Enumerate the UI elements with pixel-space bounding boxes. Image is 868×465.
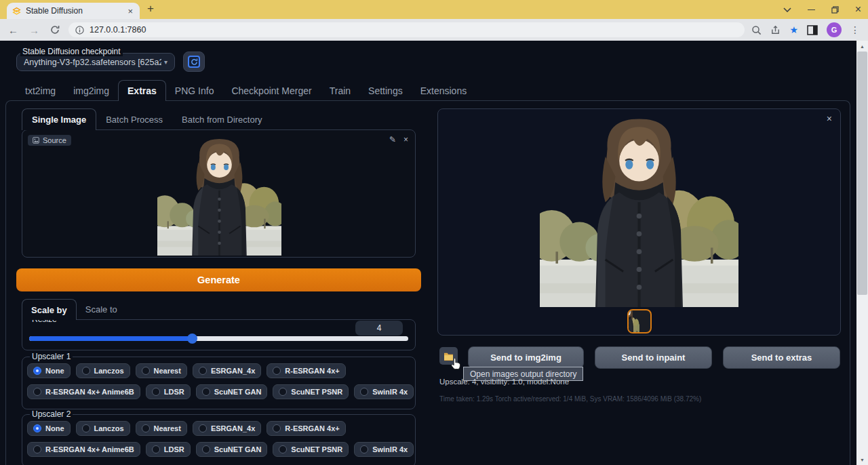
window-restore-button[interactable]	[831, 6, 839, 14]
upscaler1-option-nearest[interactable]: Nearest	[136, 363, 187, 378]
side-panel-icon[interactable]	[807, 25, 818, 35]
edit-image-icon[interactable]: ✎	[389, 135, 396, 144]
tab-extensions[interactable]: Extensions	[412, 80, 475, 101]
profile-avatar[interactable]: G	[827, 22, 842, 37]
tab-close-icon[interactable]: ×	[126, 6, 134, 16]
new-tab-button[interactable]: +	[147, 2, 154, 16]
resize-slider-block: Resize 4	[22, 319, 416, 350]
resize-value-input[interactable]: 4	[355, 321, 403, 336]
upscaler2-option-nearest[interactable]: Nearest	[136, 421, 187, 436]
site-info-icon[interactable]	[75, 26, 84, 35]
radio-icon	[33, 445, 41, 453]
radio-icon	[142, 424, 150, 432]
tab-settings[interactable]: Settings	[359, 80, 412, 101]
browser-toolbar: ← → 127.0.0.1:7860 ★ G ⋮	[0, 19, 868, 41]
clear-image-icon[interactable]: ×	[403, 135, 408, 144]
page-scrollbar[interactable]: ▲ ▼	[856, 41, 868, 465]
source-label: Source	[43, 136, 66, 144]
upscaler1-option-ldsr[interactable]: LDSR	[146, 384, 191, 399]
upscaler1-option-resrgan4x[interactable]: R-ESRGAN 4x+	[267, 363, 345, 378]
tab-txt2img[interactable]: txt2img	[16, 80, 64, 101]
tab-img2img[interactable]: img2img	[64, 80, 118, 101]
upscaler2-label: Upscaler 2	[30, 409, 73, 419]
upscaler1-option-swinir4x[interactable]: SwinIR 4x	[354, 384, 414, 399]
gallery-thumbnail-selected[interactable]	[627, 309, 652, 333]
browser-menu-icon[interactable]: ⋮	[850, 24, 860, 35]
send-to-inpaint-button[interactable]: Send to inpaint	[595, 346, 712, 369]
upscaler1-option-lanczos[interactable]: Lanczos	[76, 363, 130, 378]
scrollbar-thumb[interactable]	[857, 52, 867, 295]
source-chip: Source	[28, 135, 71, 146]
tab-search-chevron-icon[interactable]	[783, 7, 791, 12]
upscaler2-option-lanczos[interactable]: Lanczos	[76, 421, 130, 436]
upscaler2-option-scunet-psnr[interactable]: ScuNET PSNR	[273, 442, 349, 457]
window-close-button[interactable]: ×	[855, 4, 861, 15]
tab-single-image[interactable]: Single Image	[22, 108, 96, 130]
tab-scale-to[interactable]: Scale to	[77, 299, 126, 320]
address-bar[interactable]: 127.0.0.1:7860	[68, 22, 745, 37]
radio-icon	[202, 388, 210, 396]
source-image-dropzone[interactable]: Source ✎ ×	[22, 129, 416, 258]
tab-train[interactable]: Train	[321, 80, 359, 101]
upscaler2-option-resrgan-anime6b[interactable]: R-ESRGAN 4x+ Anime6B	[27, 442, 140, 457]
radio-icon	[142, 367, 150, 375]
refresh-icon	[188, 56, 200, 68]
upscaler1-option-scunet-gan[interactable]: ScuNET GAN	[196, 384, 268, 399]
radio-icon	[82, 367, 90, 375]
upscaler1-option-esrgan4x[interactable]: ESRGAN_4x	[193, 363, 261, 378]
radio-icon	[82, 424, 90, 432]
scale-tabs: Scale by Scale to	[22, 299, 126, 320]
radio-selected-icon	[33, 367, 41, 375]
generate-button[interactable]: Generate	[16, 268, 421, 291]
radio-icon	[202, 445, 210, 453]
back-icon[interactable]: ←	[8, 25, 18, 35]
browser-titlebar: Stable Diffusion × + ×	[0, 0, 868, 19]
upscaler2-option-swinir4x[interactable]: SwinIR 4x	[354, 442, 414, 457]
tab-extras[interactable]: Extras	[118, 80, 166, 101]
main-tabs: txt2img img2img Extras PNG Info Checkpoi…	[16, 80, 475, 101]
favicon-gradio-icon	[12, 7, 21, 16]
resize-slider[interactable]	[29, 336, 408, 341]
forward-icon[interactable]: →	[29, 25, 39, 35]
bookmark-star-icon[interactable]: ★	[789, 24, 798, 35]
upscaler2-option-esrgan4x[interactable]: ESRGAN_4x	[193, 421, 261, 436]
slider-fill	[29, 336, 192, 341]
tab-checkpoint-merger[interactable]: Checkpoint Merger	[222, 80, 320, 101]
source-image[interactable]	[157, 133, 281, 256]
refresh-checkpoint-button[interactable]	[183, 52, 205, 72]
radio-icon	[152, 445, 160, 453]
upscaler2-option-scunet-gan[interactable]: ScuNET GAN	[196, 442, 268, 457]
radio-icon	[279, 388, 287, 396]
upscaler2-option-resrgan4x[interactable]: R-ESRGAN 4x+	[267, 421, 345, 436]
image-icon	[33, 137, 39, 144]
url-text[interactable]: 127.0.0.1:7860	[90, 25, 146, 35]
tab-png-info[interactable]: PNG Info	[166, 80, 223, 101]
tab-batch-process[interactable]: Batch Process	[96, 108, 172, 130]
radio-icon	[199, 367, 207, 375]
upscaler1-option-none[interactable]: None	[27, 363, 71, 378]
tab-batch-from-directory[interactable]: Batch from Directory	[172, 108, 271, 130]
zoom-icon[interactable]	[751, 25, 762, 35]
scrollbar-up-icon[interactable]: ▲	[856, 41, 868, 52]
radio-icon	[273, 367, 281, 375]
reload-icon[interactable]	[50, 25, 60, 35]
tab-scale-by[interactable]: Scale by	[22, 299, 77, 320]
slider-handle[interactable]	[187, 333, 197, 344]
share-icon[interactable]	[770, 25, 781, 35]
send-to-extras-button[interactable]: Send to extras	[723, 346, 840, 369]
output-gallery: ×	[437, 108, 841, 336]
mouse-cursor-pointer	[450, 357, 462, 371]
upscaler2-option-none[interactable]: None	[27, 421, 71, 436]
upscaler2-option-ldsr[interactable]: LDSR	[146, 442, 191, 457]
radio-icon	[33, 388, 41, 396]
upscaler1-option-scunet-psnr[interactable]: ScuNET PSNR	[273, 384, 349, 399]
result-info-text: Upscale: 4, visibility: 1.0, model:None	[439, 378, 569, 386]
browser-tab[interactable]: Stable Diffusion ×	[7, 3, 140, 19]
scrollbar-down-icon[interactable]: ▼	[856, 454, 868, 465]
radio-selected-icon	[33, 424, 41, 432]
upscaler1-option-resrgan-anime6b[interactable]: R-ESRGAN 4x+ Anime6B	[27, 384, 140, 399]
send-to-img2img-button[interactable]: Send to img2img	[468, 346, 584, 369]
output-image[interactable]	[540, 109, 738, 307]
gallery-close-icon[interactable]: ×	[827, 113, 832, 124]
window-minimize-button[interactable]	[808, 9, 815, 10]
